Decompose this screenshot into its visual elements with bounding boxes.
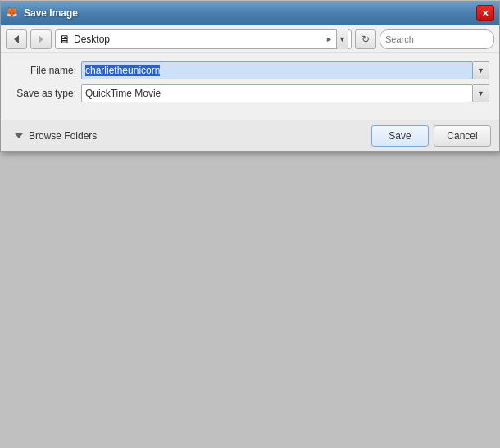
save-type-input-wrapper: QuickTime MovieAVIMPEG-4Windows Media ▼: [81, 84, 489, 102]
save-type-row: Save as type: QuickTime MovieAVIMPEG-4Wi…: [11, 84, 489, 102]
save-image-dialog: 🦊 Save Image ✕ 🖥 Desktop ►: [0, 0, 500, 152]
toolbar: 🖥 Desktop ► ▼ ↻ 🔍: [1, 25, 499, 53]
forward-button[interactable]: [30, 29, 52, 49]
save-as-type-label: Save as type:: [11, 88, 76, 99]
location-label: Desktop: [74, 34, 322, 45]
search-bar[interactable]: 🔍: [380, 29, 494, 49]
save-button[interactable]: Save: [371, 125, 429, 147]
save-type-dropdown-button[interactable]: ▼: [473, 84, 489, 102]
file-name-label: File name:: [11, 65, 76, 76]
forward-icon: [37, 34, 45, 44]
location-bar[interactable]: 🖥 Desktop ► ▼: [55, 29, 352, 49]
desktop-icon: 🖥: [59, 33, 70, 46]
file-name-row: File name: ▼: [11, 61, 489, 79]
browse-folders-button[interactable]: Browse Folders: [9, 128, 101, 144]
bottom-bar: Browse Folders Save Cancel: [1, 120, 499, 151]
title-bar-left: 🦊 Save Image: [6, 7, 78, 20]
title-bar-controls: ✕: [476, 5, 494, 21]
back-icon: [12, 34, 20, 44]
form-area: File name: ▼ Save as type: QuickTime Mov…: [1, 53, 499, 120]
action-buttons: Save Cancel: [371, 125, 491, 147]
svg-marker-0: [14, 35, 19, 43]
svg-marker-2: [15, 133, 23, 138]
save-as-type-select[interactable]: QuickTime MovieAVIMPEG-4Windows Media: [81, 84, 473, 102]
svg-marker-1: [39, 35, 43, 43]
search-input[interactable]: [385, 34, 498, 44]
file-name-input-wrapper: ▼: [81, 61, 489, 79]
dialog-title: Save Image: [24, 7, 78, 19]
back-button[interactable]: [6, 29, 27, 49]
file-name-input[interactable]: [81, 61, 473, 79]
location-arrow-icon: ►: [325, 35, 333, 43]
file-name-dropdown-button[interactable]: ▼: [473, 61, 489, 79]
firefox-icon: 🦊: [6, 7, 19, 20]
refresh-button[interactable]: ↻: [355, 29, 376, 49]
location-dropdown-button[interactable]: ▼: [336, 29, 348, 49]
close-button[interactable]: ✕: [476, 5, 494, 21]
browse-folders-label: Browse Folders: [29, 130, 97, 142]
cancel-button[interactable]: Cancel: [434, 125, 491, 147]
browse-folders-icon: [13, 130, 25, 142]
title-bar: 🦊 Save Image ✕: [1, 1, 499, 25]
